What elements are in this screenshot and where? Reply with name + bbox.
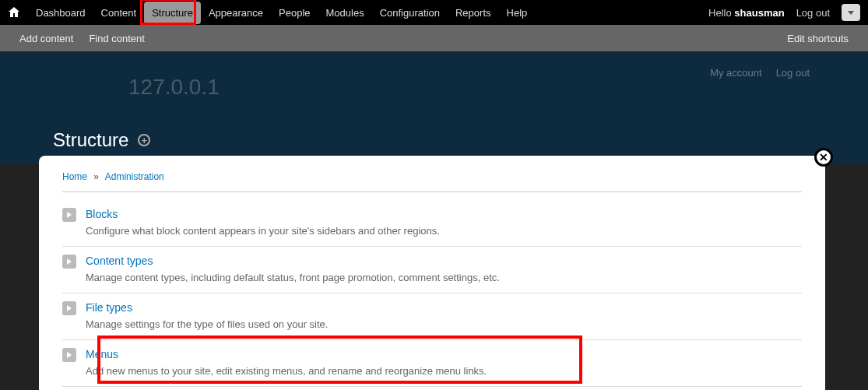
structure-item-content-types[interactable]: Content types Manage content types, incl…	[62, 247, 802, 293]
chevron-right-icon	[62, 208, 76, 222]
logout-link[interactable]: Log out	[796, 7, 830, 19]
chevron-right-icon	[62, 301, 76, 315]
chevron-right-icon	[62, 255, 76, 269]
structure-item-title[interactable]: Menus	[86, 348, 802, 360]
user-greeting[interactable]: Hello shausman	[708, 7, 785, 19]
toolbar-item-appearance[interactable]: Appearance	[201, 2, 271, 24]
home-icon[interactable]	[8, 6, 20, 19]
structure-item-desc: Add new menus to your site, edit existin…	[86, 365, 802, 377]
structure-item-title[interactable]: Blocks	[86, 208, 802, 220]
shortcuts-toggle[interactable]	[842, 4, 860, 21]
page-title: Structure	[53, 129, 128, 151]
structure-item-taxonomy[interactable]: Taxonomy Manage tagging, categorization,…	[62, 387, 802, 390]
close-icon[interactable]: ✕	[814, 148, 833, 167]
shortcut-find-content[interactable]: Find content	[81, 26, 153, 51]
structure-item-blocks[interactable]: Blocks Configure what block content appe…	[62, 200, 802, 247]
toolbar-item-modules[interactable]: Modules	[318, 2, 372, 24]
edit-shortcuts-link[interactable]: Edit shortcuts	[779, 26, 856, 51]
structure-item-desc: Manage settings for the type of files us…	[86, 318, 802, 330]
page-background: 127.0.0.1 My account Log out Structure +…	[0, 51, 868, 390]
structure-item-file-types[interactable]: File types Manage settings for the type …	[62, 293, 802, 340]
chevron-right-icon	[62, 348, 76, 362]
structure-list: Blocks Configure what block content appe…	[62, 200, 802, 390]
shortcut-add-content[interactable]: Add content	[12, 26, 81, 51]
overlay-content: ✕ Home » Administration Blocks Configure…	[39, 156, 825, 390]
breadcrumb-admin[interactable]: Administration	[105, 171, 164, 182]
structure-item-title[interactable]: Content types	[86, 255, 802, 267]
structure-item-desc: Manage content types, including default …	[86, 272, 802, 283]
toolbar-item-help[interactable]: Help	[499, 2, 536, 24]
breadcrumb: Home » Administration	[62, 171, 802, 192]
toolbar-item-structure[interactable]: Structure	[144, 2, 201, 24]
chevron-down-icon	[848, 11, 854, 15]
toolbar-item-dashboard[interactable]: Dashboard	[28, 2, 93, 24]
toolbar-item-content[interactable]: Content	[93, 2, 145, 24]
site-name: 127.0.0.1	[128, 75, 220, 100]
breadcrumb-sep: »	[93, 171, 99, 182]
toolbar-item-configuration[interactable]: Configuration	[372, 2, 448, 24]
admin-toolbar: Dashboard Content Structure Appearance P…	[0, 0, 868, 25]
structure-item-menus[interactable]: Menus Add new menus to your site, edit e…	[62, 340, 802, 387]
structure-item-desc: Configure what block content appears in …	[86, 225, 802, 237]
bg-logout-link[interactable]: Log out	[776, 67, 810, 79]
breadcrumb-home[interactable]: Home	[62, 171, 87, 182]
toolbar-item-reports[interactable]: Reports	[448, 2, 499, 24]
toolbar-item-people[interactable]: People	[271, 2, 318, 24]
add-shortcut-icon[interactable]: +	[138, 134, 150, 146]
structure-item-title[interactable]: File types	[86, 301, 802, 314]
bg-my-account-link[interactable]: My account	[710, 67, 761, 79]
admin-overlay: Structure + ✕ Home » Administration Bloc…	[39, 121, 825, 390]
shortcuts-bar: Add content Find content Edit shortcuts	[0, 25, 868, 51]
